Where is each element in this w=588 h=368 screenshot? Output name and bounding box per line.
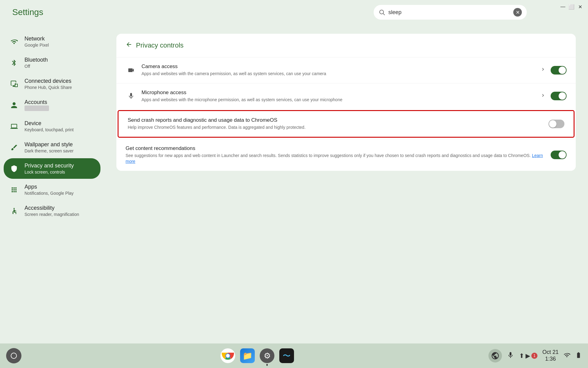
search-bar: ✕ <box>374 5 527 20</box>
microphone-toggle-knob <box>559 92 566 100</box>
search-clear-button[interactable]: ✕ <box>513 8 522 17</box>
crash-setting-text: Send crash reports and diagnostic and us… <box>128 117 544 131</box>
taskbar-date: Oct 21 <box>542 349 559 356</box>
content-area: Privacy controls Camera access Apps and … <box>104 25 588 343</box>
taskbar-apps: 📁 ⚙ 〜 <box>26 347 488 364</box>
sidebar-title-accessibility: Accessibility <box>24 205 79 211</box>
mic-icon <box>126 90 137 102</box>
sidebar-title-privacy: Privacy and security <box>24 163 74 169</box>
sidebar-subtitle-wallpaper: Dark theme, screen saver <box>24 148 74 153</box>
taskbar-app-settings[interactable]: ⚙ <box>259 347 275 364</box>
taskbar-system-tray: ⬆ ▶ 1 Oct 21 1:36 <box>488 349 582 362</box>
taskbar-app-files[interactable]: 📁 <box>239 347 256 364</box>
recommendations-setting-desc: See suggestions for new apps and web con… <box>126 153 546 165</box>
camera-setting-row: Camera access Apps and websites with the… <box>116 57 576 83</box>
launcher-icon <box>11 353 17 359</box>
microphone-setting-row: Microphone access Apps and websites with… <box>116 83 576 109</box>
content-card: Privacy controls Camera access Apps and … <box>116 34 576 171</box>
taskbar-time: 1:36 <box>545 356 556 362</box>
recommendations-setting-text: Get content recommendations See suggesti… <box>126 145 546 165</box>
sidebar-subtitle-bluetooth: Off <box>24 64 48 69</box>
files-icon: 📁 <box>240 348 255 363</box>
shield-icon <box>10 164 18 173</box>
taskbar-app-chrome[interactable] <box>220 347 236 364</box>
back-title: Privacy controls <box>136 41 183 49</box>
search-input[interactable] <box>388 9 510 16</box>
svg-point-2 <box>13 208 15 209</box>
svg-line-1 <box>383 13 385 15</box>
maximize-button[interactable]: ⬜ <box>568 4 575 10</box>
camera-setting-title: Camera access <box>141 63 535 70</box>
launcher-button[interactable] <box>6 348 21 363</box>
sidebar-text-network: Network Google Pixel <box>24 36 49 48</box>
main-layout: Network Google Pixel Bluetooth Off <box>0 25 588 343</box>
sidebar-text-privacy: Privacy and security Lock screen, contro… <box>24 163 74 174</box>
header: Settings ✕ <box>0 0 588 25</box>
camera-toggle[interactable] <box>551 66 567 75</box>
svg-point-0 <box>380 10 384 14</box>
sidebar-text-connected: Connected devices Phone Hub, Quick Share <box>24 78 72 90</box>
microphone-setting-title: Microphone access <box>141 90 535 96</box>
sidebar-title-bluetooth: Bluetooth <box>24 57 48 63</box>
sidebar-title-connected: Connected devices <box>24 78 72 84</box>
sidebar-subtitle-accessibility: Screen reader, magnification <box>24 212 79 217</box>
sidebar-title-device: Device <box>24 120 74 127</box>
sidebar-item-apps[interactable]: Apps Notifications, Google Play <box>4 179 100 200</box>
apps-icon <box>10 186 18 194</box>
crash-setting-row: Send crash reports and diagnostic and us… <box>118 110 575 138</box>
sidebar-text-wallpaper: Wallpaper and style Dark theme, screen s… <box>24 141 74 153</box>
sidebar-item-device[interactable]: Device Keyboard, touchpad, print <box>4 116 100 136</box>
learn-more-link[interactable]: Learn more <box>126 153 543 164</box>
sidebar-item-network[interactable]: Network Google Pixel <box>4 31 100 52</box>
sidebar: Network Google Pixel Bluetooth Off <box>0 25 104 343</box>
camera-setting-text: Camera access Apps and websites with the… <box>141 63 535 77</box>
sidebar-title-wallpaper: Wallpaper and style <box>24 141 74 148</box>
sidebar-text-accounts: Accounts <box>24 99 49 111</box>
sidebar-item-wallpaper[interactable]: Wallpaper and style Dark theme, screen s… <box>4 137 100 158</box>
camera-icon <box>126 65 137 76</box>
activity-icon: 〜 <box>279 348 294 363</box>
search-icon <box>379 9 385 16</box>
sidebar-subtitle-apps: Notifications, Google Play <box>24 191 74 196</box>
sidebar-text-device: Device Keyboard, touchpad, print <box>24 120 74 132</box>
wifi-taskbar-icon[interactable] <box>564 352 570 360</box>
bluetooth-icon <box>10 59 18 67</box>
sidebar-item-privacy[interactable]: Privacy and security Lock screen, contro… <box>4 158 100 179</box>
back-header[interactable]: Privacy controls <box>116 34 576 57</box>
settings-icon: ⚙ <box>260 348 274 363</box>
microphone-setting-desc: Apps and websites with the microphone pe… <box>141 97 535 103</box>
sidebar-text-apps: Apps Notifications, Google Play <box>24 184 74 196</box>
minimize-button[interactable]: — <box>560 4 566 10</box>
recommendations-toggle[interactable] <box>551 151 567 159</box>
play-icon[interactable]: ▶ <box>526 352 530 359</box>
laptop-icon <box>10 122 18 131</box>
microphone-taskbar-icon[interactable] <box>507 351 514 360</box>
sidebar-item-accessibility[interactable]: Accessibility Screen reader, magnificati… <box>4 201 100 221</box>
taskbar-datetime: Oct 21 1:36 <box>542 349 559 362</box>
app-title: Settings <box>12 7 43 17</box>
camera-toggle-knob <box>559 67 566 74</box>
sidebar-item-bluetooth[interactable]: Bluetooth Off <box>4 52 100 73</box>
microphone-setting-text: Microphone access Apps and websites with… <box>141 90 535 103</box>
close-button[interactable]: ✕ <box>577 4 583 10</box>
sidebar-item-accounts[interactable]: Accounts <box>4 95 100 115</box>
crash-setting-title: Send crash reports and diagnostic and us… <box>128 117 544 123</box>
microphone-arrow-icon <box>540 93 546 100</box>
notification-badge[interactable]: 1 <box>531 353 537 359</box>
devices-icon <box>10 80 18 88</box>
taskbar-app-activity[interactable]: 〜 <box>278 347 295 364</box>
accessibility-icon <box>10 207 18 215</box>
upload-icon[interactable]: ⬆ <box>519 352 524 359</box>
paint-icon <box>10 143 18 152</box>
svg-point-6 <box>226 354 230 358</box>
network-status-icon[interactable] <box>488 349 502 362</box>
window-controls: — ⬜ ✕ <box>555 0 588 13</box>
sidebar-title-network: Network <box>24 36 49 42</box>
sidebar-subtitle-connected: Phone Hub, Quick Share <box>24 85 72 90</box>
person-icon <box>10 101 18 109</box>
sidebar-subtitle-device: Keyboard, touchpad, print <box>24 127 74 132</box>
sidebar-item-connected[interactable]: Connected devices Phone Hub, Quick Share <box>4 74 100 94</box>
recommendations-setting-row: Get content recommendations See suggesti… <box>116 139 576 171</box>
microphone-toggle[interactable] <box>551 92 567 100</box>
crash-toggle[interactable] <box>548 120 564 128</box>
